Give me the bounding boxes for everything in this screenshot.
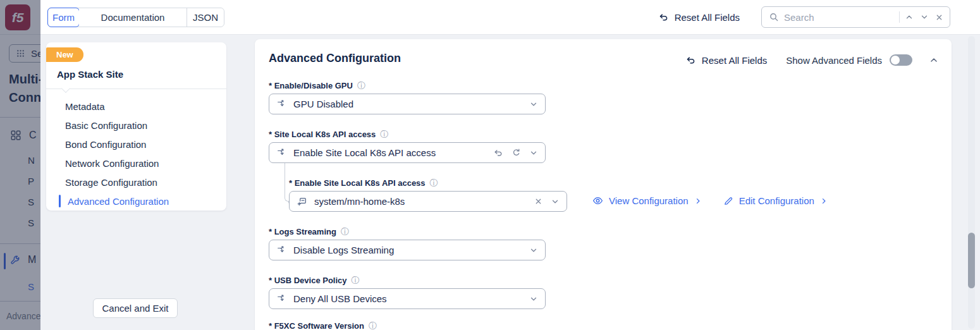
edit-configuration-label: Edit Configuration bbox=[739, 195, 814, 206]
field-label-k8s-access: * Site Local K8s API access ⓘ bbox=[269, 130, 388, 139]
show-advanced-fields-toggle[interactable] bbox=[890, 54, 912, 66]
search-box bbox=[761, 6, 950, 28]
k8s-object-select[interactable]: system/mn-home-k8s bbox=[289, 191, 567, 212]
label-text: * Enable/Disable GPU bbox=[269, 81, 353, 90]
wizard-title: App Stack Site bbox=[57, 69, 123, 80]
field-label-logs: * Logs Streaming ⓘ bbox=[269, 227, 349, 236]
field-label-sw-version: * F5XC Software Version ⓘ bbox=[269, 321, 377, 330]
chevron-down-icon[interactable] bbox=[529, 246, 538, 255]
divider bbox=[899, 11, 900, 23]
wizard-section-advanced-configuration[interactable]: Advanced Configuration bbox=[46, 192, 226, 211]
scrollbar-track[interactable] bbox=[968, 36, 975, 329]
pencil-icon bbox=[723, 196, 733, 206]
label-text: * Logs Streaming bbox=[269, 227, 336, 236]
field-label-usb: * USB Device Policy ⓘ bbox=[269, 276, 360, 285]
search-input[interactable] bbox=[784, 12, 894, 23]
chevron-right-icon bbox=[820, 197, 828, 205]
select-type-icon bbox=[277, 148, 286, 157]
clear-value-icon[interactable] bbox=[534, 197, 542, 205]
tab-json[interactable]: JSON bbox=[187, 8, 224, 27]
info-icon[interactable]: ⓘ bbox=[369, 322, 377, 330]
wizard-section-metadata[interactable]: Metadata bbox=[46, 97, 226, 116]
new-badge: New bbox=[46, 47, 83, 62]
usb-device-policy-select[interactable]: Deny All USB Devices bbox=[269, 288, 546, 309]
chevron-down-notch-icon bbox=[61, 84, 70, 93]
tab-form[interactable]: Form bbox=[47, 8, 80, 27]
chevron-down-icon[interactable] bbox=[529, 149, 538, 157]
select-value: Deny All USB Devices bbox=[293, 293, 522, 304]
reset-all-fields-label: Reset All Fields bbox=[702, 55, 767, 66]
configuration-links: View Configuration Edit Configuration bbox=[592, 195, 828, 206]
select-value: Enable Site Local K8s API access bbox=[293, 147, 486, 158]
search-prev-icon[interactable] bbox=[905, 13, 914, 21]
info-icon[interactable]: ⓘ bbox=[357, 82, 365, 90]
tab-documentation[interactable]: Documentation bbox=[79, 8, 187, 27]
object-reference-icon bbox=[297, 197, 307, 207]
divider bbox=[46, 89, 226, 89]
select-type-icon bbox=[277, 99, 286, 109]
info-icon[interactable]: ⓘ bbox=[341, 228, 349, 236]
wizard-section-storage-configuration[interactable]: Storage Configuration bbox=[46, 173, 226, 192]
field-label-k8s-object: * Enable Site Local K8s API access ⓘ bbox=[289, 178, 438, 188]
undo-icon bbox=[685, 55, 696, 66]
field-undo-icon[interactable] bbox=[493, 148, 503, 158]
wizard-section-bond-configuration[interactable]: Bond Configuration bbox=[46, 135, 226, 154]
k8s-access-select[interactable]: Enable Site Local K8s API access bbox=[269, 142, 546, 163]
info-icon[interactable]: ⓘ bbox=[352, 276, 360, 284]
section-reset-all-fields-button[interactable]: Reset All Fields bbox=[685, 55, 767, 66]
select-type-icon bbox=[277, 294, 286, 303]
view-configuration-label: View Configuration bbox=[609, 195, 689, 206]
wizard-nav-card: New App Stack Site Metadata Basic Config… bbox=[46, 42, 226, 211]
undo-icon bbox=[658, 12, 669, 23]
view-mode-tabs: Form Documentation JSON bbox=[47, 8, 224, 27]
select-type-icon bbox=[277, 245, 286, 255]
show-advanced-fields-label: Show Advanced Fields bbox=[786, 55, 882, 66]
scrollbar-thumb[interactable] bbox=[968, 233, 975, 288]
label-text: * F5XC Software Version bbox=[269, 321, 364, 330]
reset-all-fields-label: Reset All Fields bbox=[675, 12, 740, 23]
collapse-section-icon[interactable] bbox=[929, 55, 939, 65]
chevron-down-icon[interactable] bbox=[551, 197, 560, 206]
view-configuration-link[interactable]: View Configuration bbox=[592, 195, 702, 206]
field-label-gpu: * Enable/Disable GPU ⓘ bbox=[269, 81, 365, 90]
select-value: Disable Logs Streaming bbox=[293, 245, 522, 255]
advanced-configuration-card: Advanced Configuration Reset All Fields … bbox=[255, 39, 952, 330]
chevron-right-icon bbox=[694, 197, 702, 205]
section-title: Advanced Configuration bbox=[269, 52, 401, 65]
label-text: * Enable Site Local K8s API access bbox=[289, 178, 426, 188]
wizard-section-list: Metadata Basic Configuration Bond Config… bbox=[46, 97, 226, 211]
info-icon[interactable]: ⓘ bbox=[430, 179, 438, 187]
wizard-section-network-configuration[interactable]: Network Configuration bbox=[46, 154, 226, 173]
field-refresh-icon[interactable] bbox=[511, 148, 521, 157]
search-icon bbox=[769, 12, 779, 22]
modal-body: New App Stack Site Metadata Basic Config… bbox=[40, 35, 980, 330]
search-clear-icon[interactable] bbox=[935, 13, 943, 21]
label-text: * Site Local K8s API access bbox=[269, 130, 376, 139]
modal-scrim bbox=[0, 0, 40, 330]
gpu-select[interactable]: GPU Disabled bbox=[269, 94, 546, 114]
modal-topbar: Form Documentation JSON Reset All Fields bbox=[40, 0, 980, 35]
chevron-down-icon[interactable] bbox=[529, 100, 538, 109]
screen: f5 Se Multi- Conn bbox=[0, 0, 980, 330]
chevron-down-icon[interactable] bbox=[529, 295, 538, 303]
eye-icon bbox=[592, 195, 603, 206]
select-value: GPU Disabled bbox=[293, 99, 522, 109]
logs-streaming-select[interactable]: Disable Logs Streaming bbox=[269, 240, 546, 260]
edit-configuration-link[interactable]: Edit Configuration bbox=[723, 195, 828, 206]
info-icon[interactable]: ⓘ bbox=[380, 130, 388, 138]
wizard-section-basic-configuration[interactable]: Basic Configuration bbox=[46, 116, 226, 135]
select-value: system/mn-home-k8s bbox=[314, 196, 527, 207]
topbar-reset-all-fields-button[interactable]: Reset All Fields bbox=[658, 12, 740, 23]
cancel-and-exit-button[interactable]: Cancel and Exit bbox=[93, 298, 178, 318]
search-next-icon[interactable] bbox=[920, 13, 929, 21]
site-editor-modal: Form Documentation JSON Reset All Fields bbox=[40, 0, 980, 330]
label-text: * USB Device Policy bbox=[269, 276, 347, 285]
